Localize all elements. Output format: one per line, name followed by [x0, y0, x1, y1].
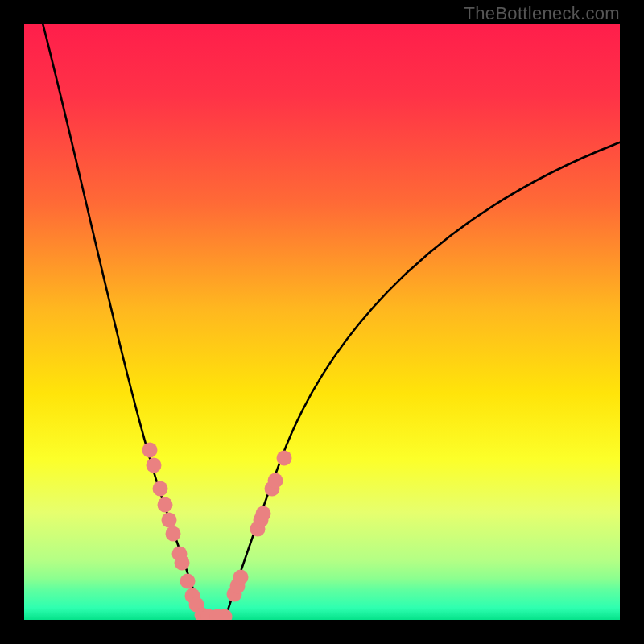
data-marker [256, 506, 271, 522]
data-marker [277, 451, 292, 466]
data-marker [142, 443, 158, 458]
data-marker [166, 526, 181, 542]
plot-area [24, 24, 620, 620]
data-marker [180, 574, 196, 589]
chart-frame: TheBottleneck.com [0, 0, 644, 644]
data-marker [175, 555, 190, 571]
data-marker [268, 473, 283, 489]
data-marker [233, 570, 249, 585]
watermark-text: TheBottleneck.com [464, 3, 620, 24]
data-marker [147, 458, 162, 473]
data-marker [162, 513, 177, 528]
data-marker [153, 481, 168, 497]
curve-layer [24, 24, 620, 620]
data-marker [217, 609, 233, 621]
data-marker [158, 497, 173, 513]
right-curve [225, 141, 620, 617]
